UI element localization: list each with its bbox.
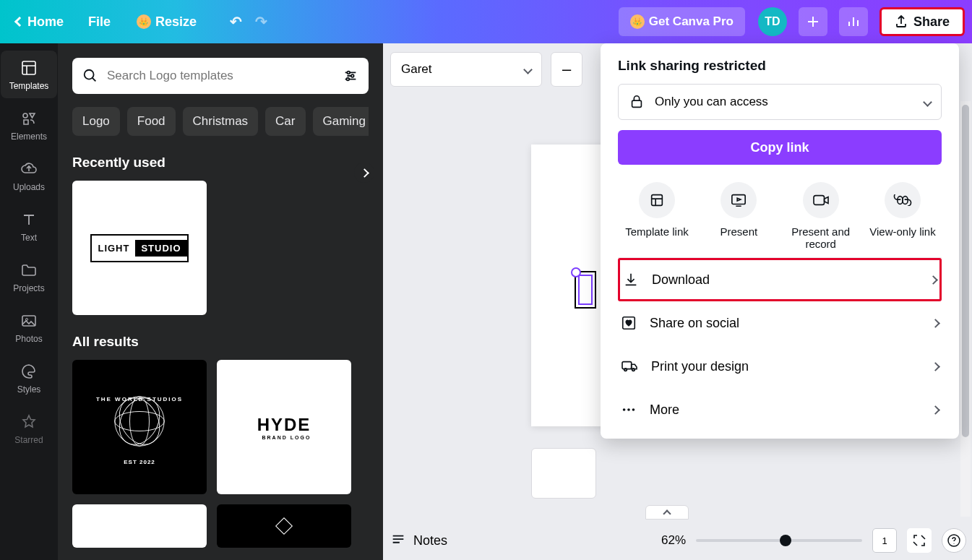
fullscreen-icon [913, 534, 926, 547]
more-label: More [650, 402, 679, 418]
print-item[interactable]: Print your design [618, 345, 942, 388]
template-thumb-world[interactable]: THE WORLD STUDIOS EST 2022 [72, 360, 207, 494]
zoom-slider[interactable] [696, 539, 862, 542]
template-thumb[interactable] [72, 504, 207, 548]
access-select[interactable]: Only you can access [618, 84, 942, 120]
svg-point-24 [627, 408, 630, 411]
view-only-button[interactable]: View-only link [864, 182, 942, 250]
add-page-thumb[interactable] [531, 448, 596, 499]
light-studio-logo: LIGHTSTUDIO [90, 234, 188, 262]
resize-handle[interactable] [571, 267, 581, 277]
search-input[interactable] [107, 69, 334, 83]
svg-rect-17 [732, 195, 745, 204]
more-icon [621, 402, 637, 418]
rail-styles[interactable]: Styles [1, 354, 57, 402]
pages-expand-button[interactable] [645, 505, 689, 520]
heart-icon [621, 315, 637, 331]
zoom-value[interactable]: 62% [661, 533, 686, 548]
present-record-button[interactable]: Present and record [782, 182, 860, 250]
templates-icon [20, 59, 38, 77]
rail-label: Templates [9, 81, 49, 91]
page-count-button[interactable]: 1 [872, 528, 897, 553]
filter-icon[interactable] [343, 68, 358, 84]
rail-templates[interactable]: Templates [1, 51, 57, 98]
redo-button[interactable]: ↷ [252, 10, 270, 33]
resize-button[interactable]: 👑 Resize [126, 9, 207, 35]
font-select[interactable]: Garet [390, 52, 542, 87]
rail-elements[interactable]: Elements [1, 101, 57, 149]
present-button[interactable]: Present [700, 182, 778, 250]
template-thumb-recent[interactable]: LIGHTSTUDIO [72, 181, 207, 315]
slider-knob[interactable] [780, 535, 791, 546]
undo-button[interactable]: ↶ [227, 10, 245, 33]
share-list: Download Share on social Print your desi… [618, 257, 942, 431]
svg-point-1 [23, 113, 27, 118]
share-button[interactable]: Share [879, 7, 965, 36]
palette-icon [20, 363, 38, 380]
notes-button[interactable]: Notes [390, 533, 447, 548]
add-collaborator-button[interactable] [799, 7, 827, 36]
svg-point-4 [85, 70, 94, 79]
rail-starred[interactable]: Starred [1, 405, 57, 452]
template-thumb-hyde[interactable]: HYDE BRAND LOGO [217, 360, 351, 494]
font-name: Garet [401, 62, 432, 77]
truck-icon [621, 359, 638, 374]
zoom-controls: 62% 1 [661, 528, 966, 553]
text-icon [20, 211, 38, 228]
download-label: Download [652, 272, 710, 288]
svg-rect-18 [814, 196, 825, 205]
avatar[interactable]: TD [758, 7, 787, 36]
font-size-minus[interactable]: – [551, 52, 582, 87]
rail-text[interactable]: Text [1, 202, 57, 250]
help-button[interactable] [942, 528, 966, 553]
rail-photos[interactable]: Photos [1, 303, 57, 351]
get-pro-label: Get Canva Pro [649, 14, 734, 29]
help-icon [947, 534, 960, 547]
fullscreen-button[interactable] [907, 528, 932, 553]
diamond-icon [270, 512, 298, 540]
svg-rect-0 [22, 61, 35, 74]
uploads-icon [20, 160, 38, 178]
share-social-item[interactable]: Share on social [618, 301, 942, 345]
search-box[interactable] [72, 58, 369, 94]
link-icon [893, 194, 912, 206]
templates-panel: Logo Food Christmas Car Gaming Recently … [58, 43, 383, 560]
template-link-button[interactable]: Template link [618, 182, 696, 250]
photo-icon [20, 312, 38, 329]
rail-projects[interactable]: Projects [1, 253, 57, 301]
svg-rect-20 [903, 197, 908, 204]
social-label: Share on social [650, 316, 739, 331]
tag-gaming[interactable]: Gaming [313, 107, 369, 136]
tag-logo[interactable]: Logo [72, 107, 120, 136]
more-item[interactable]: More [618, 388, 942, 431]
svg-point-23 [623, 408, 626, 411]
vertical-scrollbar[interactable] [960, 101, 971, 517]
tag-list: Logo Food Christmas Car Gaming [72, 107, 369, 136]
download-item[interactable]: Download [618, 258, 942, 301]
present-icon [730, 192, 747, 208]
home-button[interactable]: Home [7, 9, 72, 35]
analytics-button[interactable] [839, 7, 868, 36]
rail-label: Photos [15, 334, 42, 344]
file-menu[interactable]: File [78, 9, 121, 35]
svg-point-7 [347, 78, 350, 81]
copy-link-button[interactable]: Copy link [618, 130, 942, 165]
tag-car[interactable]: Car [265, 107, 305, 136]
get-pro-button[interactable]: 👑 Get Canva Pro [619, 7, 745, 36]
svg-point-25 [632, 408, 635, 411]
chevron-right-icon [931, 362, 940, 371]
scroll-thumb[interactable] [962, 105, 969, 437]
chevron-down-icon [923, 98, 932, 107]
rail-uploads[interactable]: Uploads [1, 152, 57, 199]
svg-point-10 [130, 397, 150, 446]
star-icon [20, 413, 38, 431]
download-icon [623, 272, 639, 288]
chevron-right-icon [931, 405, 940, 415]
tag-food[interactable]: Food [127, 107, 176, 136]
selected-element[interactable] [575, 271, 596, 309]
template-thumb[interactable] [217, 504, 351, 548]
tag-christmas[interactable]: Christmas [183, 107, 259, 136]
chevron-down-icon [523, 65, 533, 74]
svg-rect-13 [276, 518, 293, 535]
tags-scroll-right[interactable] [354, 163, 374, 183]
